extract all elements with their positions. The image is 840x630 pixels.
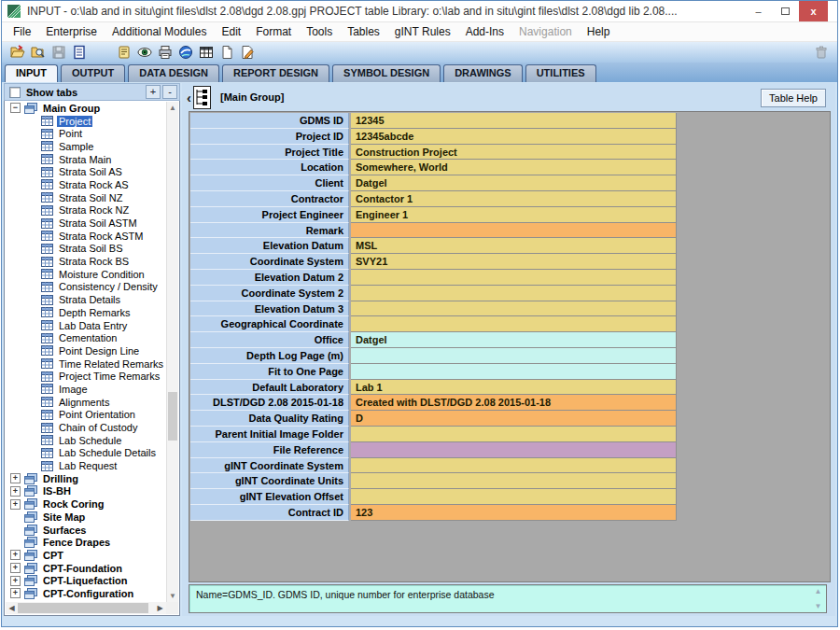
tree-item-label[interactable]: Project Time Remarks <box>57 371 161 382</box>
menu-item-edit[interactable]: Edit <box>214 23 248 40</box>
tree-item-label[interactable]: Strata Main <box>57 154 113 165</box>
tree-item-strata-main[interactable]: Strata Main <box>6 153 166 166</box>
tree-item-lab-data-entry[interactable]: Lab Data Entry <box>6 319 166 332</box>
tree-vscroll-thumb[interactable] <box>168 392 177 441</box>
field-value-coordinate-system-2[interactable] <box>351 286 677 301</box>
tree-item-strata-rock-nz[interactable]: Strata Rock NZ <box>6 204 166 217</box>
tree-item-lab-schedule-details[interactable]: Lab Schedule Details <box>6 447 166 460</box>
tree-item-drilling[interactable]: +Drilling <box>6 472 166 485</box>
tree-item-point[interactable]: Point <box>6 127 166 140</box>
tree-item-label[interactable]: Alignments <box>57 397 111 408</box>
expand-all-button[interactable]: + <box>146 85 161 99</box>
tree-item-depth-remarks[interactable]: Depth Remarks <box>6 306 166 319</box>
tree-item-strata-rock-astm[interactable]: Strata Rock ASTM <box>6 230 166 243</box>
tree-item-strata-soil-as[interactable]: Strata Soil AS <box>6 165 166 178</box>
tree-item-point-design-line[interactable]: Point Design Line <box>6 344 166 357</box>
field-value-contractor[interactable]: Contactor 1 <box>351 191 677 207</box>
tree-item-label[interactable]: Consistency / Density <box>57 281 160 292</box>
print-icon[interactable] <box>155 44 175 62</box>
preview-icon[interactable] <box>134 44 155 62</box>
tree-item-label[interactable]: Cementation <box>57 332 119 343</box>
group-hierarchy-icon[interactable] <box>193 86 211 109</box>
field-value-gint-elevation-offset[interactable] <box>351 489 677 505</box>
tree-item-lab-schedule[interactable]: Lab Schedule <box>6 434 166 447</box>
file-search-icon[interactable] <box>28 44 49 62</box>
field-value-fit-to-one-page[interactable] <box>351 364 677 380</box>
tree-item-label[interactable]: Time Related Remarks <box>57 358 165 370</box>
tree-item-label[interactable]: Site Map <box>41 511 87 523</box>
tree-item-lab-request[interactable]: Lab Request <box>6 459 166 472</box>
field-value-dlst-dgd-2-08-2015-01-18[interactable]: Created with DLST/DGD 2.08 2015-01-18 <box>351 395 677 411</box>
tree-item-label[interactable]: Strata Rock NZ <box>57 204 131 216</box>
scroll-left-icon[interactable]: ◀ <box>6 602 18 614</box>
tree-item-label[interactable]: Strata Rock ASTM <box>57 231 145 242</box>
tree-item-label[interactable]: Strata Soil AS <box>57 166 124 177</box>
tree-item-label[interactable]: CPT-Liquefaction <box>41 575 129 586</box>
tab-utilities[interactable]: UTILITIES <box>525 64 596 82</box>
tree-item-label[interactable]: Strata Details <box>57 294 122 305</box>
tree-item-cpt[interactable]: +CPT <box>6 549 166 562</box>
maximize-button[interactable] <box>772 1 799 21</box>
tree-item-label[interactable]: Point <box>57 128 84 139</box>
tree-item-chain-of-custody[interactable]: Chain of Custody <box>6 421 166 434</box>
field-value-elevation-datum[interactable]: MSL <box>351 238 677 254</box>
show-tabs-checkbox[interactable] <box>9 87 21 98</box>
tree-item-label[interactable]: Point Orientation <box>57 409 137 420</box>
tree-item-image[interactable]: Image <box>6 383 166 396</box>
expand-node-icon[interactable]: + <box>10 486 21 497</box>
tree-item-fence-drapes[interactable]: Fence Drapes <box>6 536 166 549</box>
tree-item-label[interactable]: Surfaces <box>41 525 88 536</box>
globe-icon[interactable] <box>175 44 196 62</box>
field-value-parent-initial-image-folder[interactable] <box>351 427 677 442</box>
tree-item-label[interactable]: Lab Request <box>57 460 119 471</box>
menu-item-gint-rules[interactable]: gINT Rules <box>387 23 458 40</box>
tree-item-cpt-configuration[interactable]: +CPT-Configuration <box>6 587 166 600</box>
menu-item-file[interactable]: File <box>6 23 38 40</box>
tree-item-label[interactable]: IS-BH <box>41 485 73 497</box>
tree-item-alignments[interactable]: Alignments <box>6 396 166 409</box>
expand-node-icon[interactable]: + <box>10 588 21 598</box>
tree-item-label[interactable]: Rock Coring <box>41 498 105 510</box>
tree-horizontal-scrollbar[interactable]: ◀ ▶ <box>6 602 166 614</box>
field-value-geographical-coordinate-system[interactable] <box>351 316 677 332</box>
tree-item-label[interactable]: Main Group <box>41 103 102 114</box>
tree-hscroll-thumb[interactable] <box>18 603 148 613</box>
tree-item-label[interactable]: Strata Rock AS <box>57 179 131 190</box>
field-value-contract-id[interactable]: 123 <box>351 505 677 521</box>
tree-item-label[interactable]: Project <box>57 116 92 127</box>
tree-item-project[interactable]: Project <box>6 115 166 128</box>
report-icon[interactable] <box>69 44 90 62</box>
tree-item-label[interactable]: Sample <box>57 141 95 152</box>
menu-item-help[interactable]: Help <box>580 23 618 40</box>
tree-item-strata-soil-bs[interactable]: Strata Soil BS <box>6 243 166 256</box>
table-help-button[interactable]: Table Help <box>761 89 826 107</box>
tree-item-strata-soil-nz[interactable]: Strata Soil NZ <box>6 191 166 204</box>
tree-item-label[interactable]: Moisture Condition <box>57 269 147 280</box>
tree-item-label[interactable]: Strata Soil BS <box>57 243 124 254</box>
table-icon[interactable] <box>196 44 217 62</box>
tree-item-label[interactable]: Chain of Custody <box>57 422 139 433</box>
tab-input[interactable]: INPUT <box>5 64 58 82</box>
field-value-office[interactable]: Datgel <box>351 332 677 348</box>
tree-item-rock-coring[interactable]: +Rock Coring <box>6 497 166 511</box>
menu-item-format[interactable]: Format <box>248 23 299 40</box>
tree-item-label[interactable]: Strata Soil ASTM <box>57 217 139 229</box>
expand-node-icon[interactable]: + <box>10 550 21 560</box>
tree-item-project-time-remarks[interactable]: Project Time Remarks <box>6 370 166 383</box>
tab-data-design[interactable]: DATA DESIGN <box>128 64 219 82</box>
tree-item-label[interactable]: Fence Drapes <box>41 537 112 548</box>
field-value-data-quality-rating[interactable]: D <box>351 411 677 427</box>
collapse-all-button[interactable]: - <box>162 85 177 99</box>
tree-item-label[interactable]: Lab Schedule Details <box>57 447 158 458</box>
help-scroll-up-icon[interactable]: ▲ <box>815 587 822 595</box>
tab-output[interactable]: OUTPUT <box>61 64 125 82</box>
collapse-tree-icon[interactable]: ‹ <box>187 90 191 105</box>
scroll-up-icon[interactable]: ▲ <box>167 102 178 114</box>
tree-item-point-orientation[interactable]: Point Orientation <box>6 409 166 422</box>
menu-item-additional-modules[interactable]: Additional Modules <box>105 23 214 40</box>
tree-item-label[interactable]: Strata Rock BS <box>57 256 131 267</box>
expand-node-icon[interactable]: + <box>10 473 21 483</box>
tree-item-time-related-remarks[interactable]: Time Related Remarks <box>6 357 166 371</box>
tree-item-label[interactable]: Drilling <box>41 473 80 484</box>
menu-item-tables[interactable]: Tables <box>340 23 387 40</box>
